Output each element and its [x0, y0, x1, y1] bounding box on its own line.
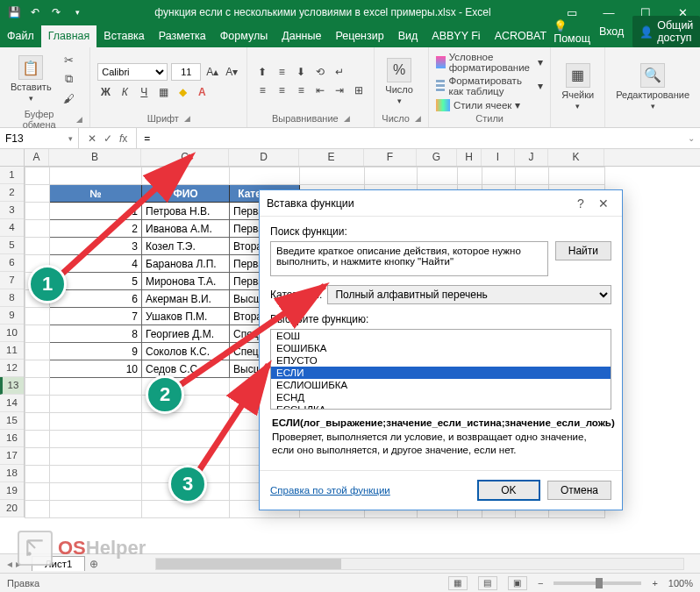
- align-left-icon[interactable]: ≡: [254, 82, 270, 98]
- cell[interactable]: Акерман В.И.: [142, 290, 230, 308]
- function-list-item[interactable]: ЕОШ: [271, 330, 611, 342]
- row-header[interactable]: 6: [0, 254, 24, 272]
- align-center-icon[interactable]: ≡: [274, 82, 289, 98]
- tell-me[interactable]: 💡 Помощ: [554, 19, 590, 45]
- save-icon[interactable]: 💾: [5, 4, 23, 21]
- name-box[interactable]: F13▾: [0, 128, 79, 148]
- underline-icon[interactable]: Ч: [136, 84, 152, 100]
- row-header[interactable]: 20: [0, 500, 24, 517]
- row-header[interactable]: 2: [0, 184, 24, 202]
- chevron-down-icon[interactable]: ▾: [68, 134, 73, 143]
- ok-button[interactable]: OK: [477, 480, 540, 501]
- cell[interactable]: [25, 203, 50, 220]
- row-header[interactable]: 4: [0, 219, 24, 237]
- dialog-titlebar[interactable]: Вставка функции ? ✕: [260, 190, 622, 217]
- zoom-level[interactable]: 100%: [668, 578, 693, 588]
- cell[interactable]: [482, 168, 516, 185]
- cell[interactable]: [50, 378, 142, 396]
- cell[interactable]: [50, 413, 142, 431]
- row-header[interactable]: 12: [0, 360, 24, 377]
- column-header[interactable]: A: [25, 149, 49, 166]
- conditional-formatting-button[interactable]: Условное форматирование ▾: [436, 52, 543, 73]
- row-header[interactable]: 19: [0, 482, 24, 500]
- cell[interactable]: [25, 238, 50, 255]
- tab-file[interactable]: Файл: [0, 25, 41, 47]
- row-header[interactable]: 13: [0, 377, 24, 395]
- number-launcher-icon[interactable]: ◢: [415, 114, 421, 123]
- row-header[interactable]: 5: [0, 237, 24, 254]
- insert-function-icon[interactable]: fx: [119, 132, 127, 145]
- paste-button[interactable]: 📋 Вставить ▾: [7, 53, 55, 104]
- cell[interactable]: [458, 168, 482, 185]
- view-normal-icon[interactable]: ▦: [448, 576, 468, 590]
- format-as-table-button[interactable]: Форматировать как таблицу ▾: [436, 75, 543, 96]
- cell[interactable]: [549, 168, 605, 185]
- view-page-layout-icon[interactable]: ▤: [478, 576, 497, 590]
- function-list-item[interactable]: ЕСЛИ: [271, 367, 611, 379]
- align-bottom-icon[interactable]: ⬇: [293, 64, 309, 80]
- tab-acrobat[interactable]: ACROBAT: [488, 25, 554, 47]
- row-header[interactable]: 10: [0, 325, 24, 342]
- tab-view[interactable]: Вид: [391, 25, 425, 47]
- row-header[interactable]: 3: [0, 202, 24, 219]
- editing-button[interactable]: 🔍Редактирование▾: [612, 61, 693, 112]
- tab-review[interactable]: Рецензир: [328, 25, 390, 47]
- font-name-select[interactable]: Calibri: [97, 63, 168, 81]
- cell[interactable]: [25, 360, 50, 378]
- column-header[interactable]: B: [49, 149, 141, 166]
- column-header[interactable]: H: [457, 149, 482, 166]
- cell[interactable]: 10: [50, 360, 142, 378]
- cell[interactable]: [25, 308, 50, 325]
- align-middle-icon[interactable]: ≡: [274, 64, 289, 80]
- cell[interactable]: [25, 501, 50, 518]
- row-header[interactable]: 15: [0, 412, 24, 430]
- row-header[interactable]: 16: [0, 430, 24, 447]
- row-header[interactable]: 18: [0, 465, 24, 482]
- cell[interactable]: [230, 168, 300, 185]
- cell[interactable]: Миронова Т.А.: [142, 273, 230, 290]
- row-header[interactable]: 14: [0, 395, 24, 412]
- increase-indent-icon[interactable]: ⇥: [332, 82, 347, 98]
- align-top-icon[interactable]: ⬆: [254, 64, 270, 80]
- cell[interactable]: [25, 378, 50, 396]
- format-painter-icon[interactable]: 🖌: [61, 89, 78, 107]
- qat-customize-icon[interactable]: ▾: [68, 4, 86, 21]
- undo-icon[interactable]: ↶: [26, 4, 44, 21]
- cell[interactable]: [50, 431, 142, 448]
- tab-abbyy[interactable]: ABBYY Fi: [425, 25, 487, 47]
- cell[interactable]: [142, 448, 230, 466]
- function-list[interactable]: ЕОШЕОШИБКАЕПУСТОЕСЛИЕСЛИОШИБКАЕСНДЕССЫЛК…: [270, 329, 611, 410]
- row-header[interactable]: 11: [0, 342, 24, 360]
- zoom-out-icon[interactable]: −: [538, 578, 543, 588]
- cell[interactable]: [418, 168, 458, 185]
- cell[interactable]: 7: [50, 308, 142, 325]
- row-header[interactable]: 1: [0, 167, 24, 184]
- cell[interactable]: Иванова А.М.: [142, 220, 230, 238]
- sign-in[interactable]: Вход: [599, 25, 624, 38]
- cell[interactable]: [365, 168, 418, 185]
- cell[interactable]: [25, 185, 50, 203]
- column-header[interactable]: J: [515, 149, 548, 166]
- column-header[interactable]: G: [417, 149, 457, 166]
- italic-icon[interactable]: К: [117, 84, 132, 100]
- fill-color-icon[interactable]: ◆: [175, 84, 190, 100]
- function-list-item[interactable]: ЕСНД: [271, 391, 611, 403]
- align-launcher-icon[interactable]: ◢: [344, 114, 350, 123]
- cell[interactable]: Седов С.С.: [142, 360, 230, 378]
- function-list-item[interactable]: ЕОШИБКА: [271, 342, 611, 354]
- cell[interactable]: [50, 168, 142, 185]
- column-header[interactable]: E: [299, 149, 364, 166]
- cell[interactable]: [25, 413, 50, 431]
- formula-input[interactable]: =: [136, 128, 682, 148]
- column-header[interactable]: K: [548, 149, 604, 166]
- tab-home[interactable]: Главная: [41, 25, 97, 47]
- horizontal-scrollbar[interactable]: [155, 558, 684, 570]
- tab-insert[interactable]: Вставка: [96, 25, 151, 47]
- orientation-icon[interactable]: ⟲: [312, 64, 328, 80]
- function-list-item[interactable]: ЕПУСТО: [271, 354, 611, 367]
- decrease-indent-icon[interactable]: ⇤: [312, 82, 328, 98]
- cell[interactable]: [25, 325, 50, 343]
- view-page-break-icon[interactable]: ▣: [508, 576, 527, 590]
- cell[interactable]: [50, 448, 142, 466]
- cell[interactable]: [516, 168, 549, 185]
